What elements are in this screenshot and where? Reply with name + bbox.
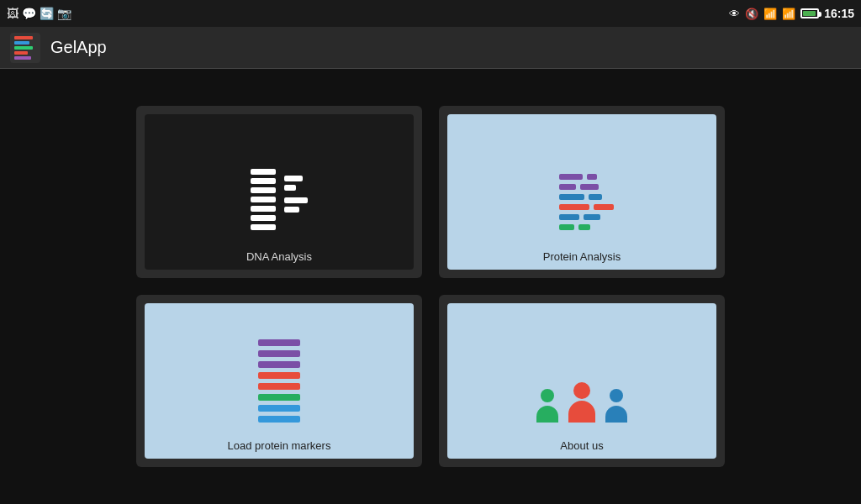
marker-icon	[258, 339, 300, 423]
camera-icon: 📷	[57, 7, 71, 20]
wifi-icon: 📶	[763, 8, 777, 20]
app-title: GelApp	[50, 38, 107, 57]
gallery-icon: 🖼	[7, 7, 18, 20]
protein-analysis-card-inner: Protein Analysis	[447, 114, 716, 270]
volume-icon: 🔇	[745, 8, 758, 20]
battery-icon	[800, 8, 819, 18]
protein-icon	[551, 174, 614, 230]
app-grid: DNA Analysis	[136, 106, 725, 467]
status-bar-left: 🖼 💬 🔄 📷	[7, 7, 71, 20]
about-us-card-inner: About us	[447, 303, 716, 459]
markers-label: Load protein markers	[228, 439, 331, 452]
whatsapp-icon: 💬	[22, 7, 36, 20]
load-protein-markers-card-inner: Load protein markers	[145, 303, 414, 459]
protein-label: Protein Analysis	[543, 250, 621, 263]
status-bar-right: 👁 🔇 📶 📶 16:15	[729, 7, 854, 20]
dna-analysis-card-inner: DNA Analysis	[145, 114, 414, 270]
person-right	[601, 389, 631, 423]
signal-icon: 📶	[782, 8, 795, 20]
person-center	[564, 382, 600, 423]
status-bar: 🖼 💬 🔄 📷 👁 🔇 📶 📶 16:15	[0, 0, 861, 27]
app-bar: GelApp	[0, 27, 861, 69]
about-icon	[532, 382, 631, 423]
person-left	[532, 389, 563, 423]
about-label: About us	[560, 439, 603, 452]
about-us-card[interactable]: About us	[439, 295, 725, 467]
dna-label: DNA Analysis	[246, 250, 312, 263]
main-content: DNA Analysis	[0, 69, 861, 504]
refresh-icon: 🔄	[40, 7, 54, 20]
dna-analysis-card[interactable]: DNA Analysis	[136, 106, 422, 278]
time-display: 16:15	[824, 7, 854, 20]
dna-icon	[251, 169, 308, 230]
app-logo	[10, 33, 40, 63]
load-protein-markers-card[interactable]: Load protein markers	[136, 295, 422, 467]
eye-icon: 👁	[729, 8, 740, 20]
protein-analysis-card[interactable]: Protein Analysis	[439, 106, 725, 278]
